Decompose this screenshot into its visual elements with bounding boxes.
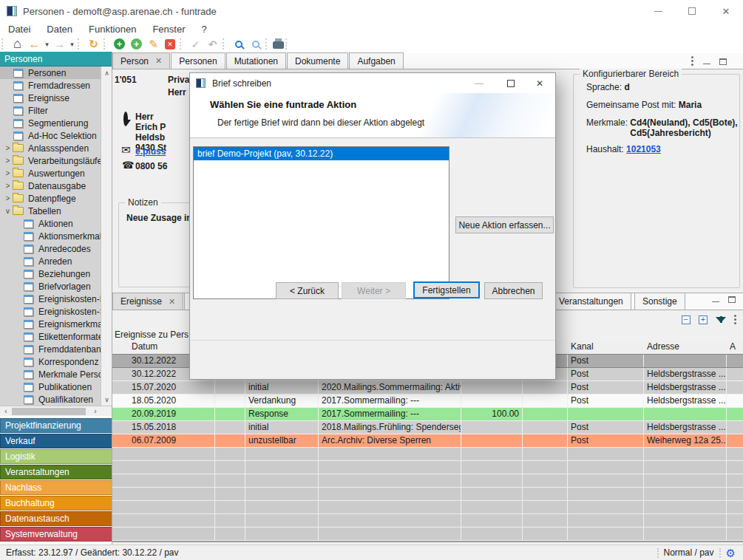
sidebar-item-datenpflege[interactable]: >Datenpflege: [0, 192, 112, 205]
home-icon[interactable]: [9, 36, 26, 52]
tab-veranstaltungen[interactable]: Veranstaltungen: [551, 293, 631, 310]
scroll-left-icon[interactable]: ‹: [1, 406, 11, 416]
expand-all-icon[interactable]: +: [699, 315, 708, 324]
sidebar-item-anreden[interactable]: Anreden: [0, 255, 112, 267]
settings-gear-icon[interactable]: ⚙: [726, 547, 736, 559]
pane-minimize-icon[interactable]: [712, 301, 719, 302]
edit-icon[interactable]: [145, 36, 162, 52]
sidebar-item-merkmaleperso[interactable]: Merkmale Perso: [0, 368, 112, 380]
module-panel-projektfinanzierung[interactable]: Projektfinanzierung: [0, 418, 112, 433]
sidebar-item-etikettenformate[interactable]: Etikettenformate: [0, 330, 112, 343]
dialog-close-button[interactable]: ✕: [527, 73, 552, 93]
tab-personen[interactable]: Personen: [171, 52, 225, 69]
chevron-down-icon[interactable]: ∨: [3, 207, 13, 215]
sidebar-item-filter[interactable]: Filter: [0, 104, 112, 117]
module-panel-datenaustausch[interactable]: Datenaustausch: [0, 511, 112, 526]
tab-aufgaben[interactable]: Aufgaben: [349, 52, 403, 69]
chevron-right-icon[interactable]: >: [3, 144, 13, 152]
scroll-up-icon[interactable]: ∧: [101, 67, 112, 78]
sidebar-item-beziehungen[interactable]: Beziehungen: [0, 267, 112, 280]
tab-sonstige[interactable]: Sonstige: [634, 293, 685, 310]
tab-close-icon[interactable]: ✕: [155, 56, 162, 66]
dialog-minimize-button[interactable]: —: [467, 73, 492, 93]
options-grip-icon[interactable]: [691, 55, 694, 67]
back-icon[interactable]: [26, 36, 43, 52]
menu-item-fenster[interactable]: Fenster: [144, 24, 193, 35]
sidebar-item-tabellen[interactable]: ∨Tabellen: [0, 205, 112, 217]
add-related-icon[interactable]: [131, 38, 142, 49]
action-list-item[interactable]: brief Demo-Projekt (pav, 30.12.22): [194, 147, 449, 160]
options-grip-icon[interactable]: [734, 314, 737, 326]
module-panel-veranstaltungen[interactable]: Veranstaltungen: [0, 465, 112, 479]
sidebar-item-briefvorlagen[interactable]: Briefvorlagen: [0, 280, 112, 293]
forward-caret-icon[interactable]: [68, 36, 76, 52]
advanced-search-icon[interactable]: [247, 36, 264, 52]
menu-item-funktionen[interactable]: Funktionen: [81, 24, 144, 35]
forward-icon[interactable]: [51, 36, 68, 52]
back-button[interactable]: < Zurück: [276, 282, 339, 299]
chevron-right-icon[interactable]: >: [3, 194, 13, 202]
scrollbar-thumb[interactable]: [12, 408, 86, 415]
tab-dokumente[interactable]: Dokumente: [287, 52, 348, 69]
refresh-icon[interactable]: [85, 36, 102, 52]
sidebar-item-korrespondenz[interactable]: Korrespondenz: [0, 355, 112, 368]
chevron-right-icon[interactable]: >: [3, 182, 13, 190]
table-row[interactable]: 06.07.2009unzustellbarArc.Archiv: Divers…: [112, 434, 743, 447]
add-icon[interactable]: [114, 38, 125, 49]
menu-item-[interactable]: ?: [193, 24, 214, 35]
table-row[interactable]: 18.05.2020Verdankung2017.Sommermailing: …: [112, 395, 743, 407]
dialog-maximize-button[interactable]: [498, 73, 523, 93]
pane-maximize-icon[interactable]: [728, 296, 736, 303]
scroll-right-icon[interactable]: ›: [90, 406, 101, 416]
tree-vertical-scrollbar[interactable]: ∧ ∨: [101, 66, 112, 406]
sidebar-item-aktionen[interactable]: Aktionen: [0, 217, 112, 230]
sidebar-item-datenausgabe[interactable]: >Datenausgabe: [0, 180, 112, 192]
sidebar-item-ereignismerkma[interactable]: Ereignismerkma: [0, 318, 112, 330]
tab-person[interactable]: Person✕: [112, 52, 170, 69]
sidebar-item-verarbeitungsläufe[interactable]: >Verarbeitungsläufe: [0, 154, 112, 167]
table-row[interactable]: 15.07.2020initial2020.Mailings.Sommermai…: [112, 381, 743, 394]
sidebar-item-fremdadressen[interactable]: Fremdadressen: [0, 79, 112, 92]
minimize-button[interactable]: [641, 0, 675, 22]
module-panel-buchhaltung[interactable]: Buchhaltung: [0, 496, 112, 511]
sidebar-item-anlassspenden[interactable]: >Anlassspenden: [0, 142, 112, 154]
module-panel-logistik[interactable]: Logistik: [0, 449, 112, 464]
action-listbox[interactable]: brief Demo-Projekt (pav, 30.12.22): [193, 146, 449, 299]
sidebar-item-qualifikatoren[interactable]: Qualifikatoren: [0, 393, 112, 406]
email-link[interactable]: e.pluss: [135, 146, 166, 157]
pane-minimize-icon[interactable]: [703, 64, 710, 64]
sidebar-item-aktionsmerkmal[interactable]: Aktionsmerkmal: [0, 230, 112, 242]
back-caret-icon[interactable]: [43, 36, 51, 52]
module-panel-verkauf[interactable]: Verkauf: [0, 434, 112, 448]
table-row[interactable]: 15.05.2018initial2018.Mailings.Frühling:…: [112, 421, 743, 434]
sidebar-item-ereigniskostene[interactable]: Ereigniskosten-E: [0, 293, 112, 305]
chevron-right-icon[interactable]: >: [3, 157, 13, 165]
sidebar-item-auswertungen[interactable]: >Auswertungen: [0, 167, 112, 180]
sidebar-item-anredecodes[interactable]: Anredecodes: [0, 242, 112, 255]
undo-icon[interactable]: [204, 36, 221, 52]
tree-horizontal-scrollbar[interactable]: ‹ ›: [0, 406, 112, 416]
close-button[interactable]: ✕: [709, 0, 743, 22]
finish-button[interactable]: Fertigstellen: [413, 281, 480, 298]
module-panel-nachlass[interactable]: Nachlass: [0, 480, 112, 495]
confirm-icon[interactable]: [187, 36, 204, 52]
sidebar-item-adhocselektion[interactable]: Ad-Hoc Selektion: [0, 129, 112, 142]
next-button[interactable]: Weiter >: [342, 282, 406, 299]
search-icon[interactable]: [230, 36, 247, 52]
scroll-down-icon[interactable]: ∨: [101, 394, 112, 405]
pane-maximize-icon[interactable]: [719, 58, 727, 65]
new-action-button[interactable]: Neue Aktion erfassen...: [455, 216, 554, 233]
sidebar-item-fremddatenban[interactable]: Fremddatenban: [0, 343, 112, 355]
cancel-button[interactable]: Abbrechen: [484, 282, 543, 299]
module-panel-systemverwaltung[interactable]: Systemverwaltung: [0, 527, 112, 542]
sidebar-item-ereigniskostens[interactable]: Ereigniskosten-S: [0, 305, 112, 318]
menu-item-datei[interactable]: Datei: [0, 24, 38, 35]
tab-ereignisse[interactable]: Ereignisse✕: [112, 293, 183, 310]
delete-icon[interactable]: [165, 39, 175, 49]
table-row[interactable]: 20.09.2019Response2017.Sommermailing: --…: [112, 408, 743, 420]
filter-icon[interactable]: [716, 317, 726, 323]
sidebar-item-ereignisse[interactable]: Ereignisse: [0, 92, 112, 104]
sidebar-item-personen[interactable]: Personen: [0, 66, 112, 79]
sidebar-item-segmentierung[interactable]: Segmentierung: [0, 117, 112, 129]
household-link[interactable]: 1021053: [626, 144, 661, 154]
